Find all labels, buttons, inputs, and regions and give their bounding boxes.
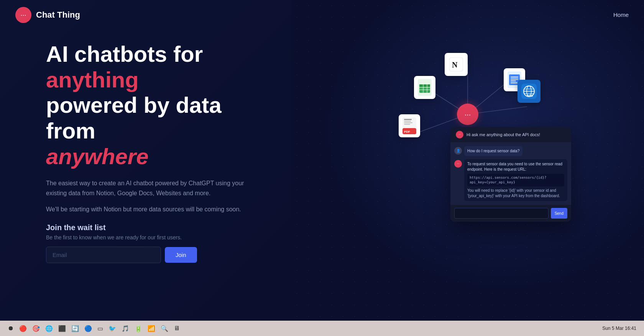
chat-logo-small: ···: [456, 131, 463, 138]
taskbar-icon-9[interactable]: 🐦: [108, 325, 116, 332]
chat-input-area: Send: [450, 205, 571, 222]
svg-rect-10: [404, 122, 412, 123]
taskbar-icons: ⏺ 🔴 🎯 🌐 ⬛ 🔄 🔵 ▭ 🐦 🎵 🔋 📶 🔍 🖥: [8, 325, 180, 332]
svg-rect-9: [404, 121, 411, 122]
hero-left: AI chatbots for anything powered by data…: [0, 30, 291, 320]
chat-msg-bot: ··· To request sensor data you need to u…: [454, 159, 567, 201]
email-input[interactable]: [46, 247, 161, 263]
chat-window: ··· Hi ask me anything about the API doc…: [450, 127, 571, 222]
chat-send-button[interactable]: Send: [551, 208, 567, 219]
svg-text:WEB: WEB: [527, 94, 533, 97]
svg-rect-11: [404, 124, 410, 125]
hero-desc2: We'll be starting with Notion but more d…: [46, 204, 245, 214]
title-highlight1: anything: [46, 67, 139, 92]
taskbar-icon-10[interactable]: 🎵: [122, 325, 129, 332]
user-bubble: How do I request sensor data?: [464, 146, 522, 156]
web-svg: WEB: [521, 84, 537, 99]
notion-svg: N: [449, 58, 463, 71]
taskbar-icon-14[interactable]: 🖥: [174, 325, 180, 332]
bot-extra-text: You will need to replace '{id}' with you…: [467, 188, 564, 199]
bot-avatar: ···: [454, 160, 462, 168]
pdf-icon: PDF: [399, 114, 420, 137]
title-line2: powered by data from: [46, 92, 222, 143]
svg-rect-23: [511, 77, 518, 77]
code-snippet: https://api.sensors.com/sensors/{id}?api…: [467, 174, 564, 186]
taskbar-icon-3[interactable]: 🎯: [32, 325, 40, 332]
hero-right: ··· PDF: [291, 30, 644, 320]
main-layout: AI chatbots for anything powered by data…: [0, 30, 644, 320]
join-sub: Be the first to know when we are ready f…: [46, 234, 276, 240]
title-highlight2: anywhere: [46, 144, 149, 169]
navbar: ··· Chat Thing Home: [0, 0, 644, 30]
taskbar-icon-4[interactable]: 🌐: [45, 325, 53, 332]
hero-desc1: The easiest way to create an AI chatbot …: [46, 178, 245, 198]
taskbar-icon-13[interactable]: 🔍: [161, 325, 168, 332]
sheets-svg: [418, 79, 432, 96]
user-avatar: 👤: [454, 147, 462, 155]
title-line1: AI chatbots for: [46, 41, 203, 66]
taskbar: ⏺ 🔴 🎯 🌐 ⬛ 🔄 🔵 ▭ 🐦 🎵 🔋 📶 🔍 🖥 Sun 5 Mar 16…: [0, 321, 644, 336]
join-button[interactable]: Join: [165, 247, 197, 263]
brand-name: Chat Thing: [36, 10, 80, 20]
chat-text-input[interactable]: [454, 208, 549, 219]
svg-text:PDF: PDF: [404, 130, 410, 133]
taskbar-icon-2[interactable]: 🔴: [19, 325, 27, 332]
web-icon: WEB: [518, 80, 540, 103]
chat-messages: 👤 How do I request sensor data? ··· To r…: [450, 142, 571, 205]
taskbar-right: Sun 5 Mar 16:41: [602, 326, 636, 331]
center-logo: ···: [457, 104, 478, 125]
diagram-container: ··· PDF: [395, 45, 540, 168]
join-heading: Join the wait list: [46, 223, 276, 232]
taskbar-icon-1[interactable]: ⏺: [8, 325, 14, 332]
taskbar-icon-12[interactable]: 📶: [148, 325, 155, 332]
chat-header-text: Hi ask me anything about the API docs!: [467, 132, 540, 137]
svg-rect-24: [511, 79, 518, 79]
taskbar-icon-6[interactable]: 🔄: [71, 325, 79, 332]
logo-icon: ···: [15, 7, 31, 23]
taskbar-icon-5[interactable]: ⬛: [58, 325, 66, 332]
notion-icon: N: [445, 53, 468, 76]
chat-header: ··· Hi ask me anything about the API doc…: [450, 127, 571, 142]
sheets-icon: [414, 76, 435, 99]
logo-area: ··· Chat Thing: [15, 7, 80, 23]
svg-rect-14: [419, 84, 430, 86]
taskbar-icon-11[interactable]: 🔋: [135, 325, 142, 332]
svg-rect-25: [511, 81, 516, 81]
bot-bubble: To request sensor data you need to use t…: [464, 159, 567, 201]
hero-title: AI chatbots for anything powered by data…: [46, 41, 276, 169]
email-form: Join: [46, 247, 276, 263]
taskbar-datetime: Sun 5 Mar 16:41: [602, 326, 636, 331]
taskbar-icon-7[interactable]: 🔵: [84, 325, 92, 332]
taskbar-icon-8[interactable]: ▭: [97, 325, 103, 332]
chat-msg-user: 👤 How do I request sensor data?: [454, 146, 567, 156]
svg-rect-26: [511, 82, 518, 83]
nav-links: Home: [613, 12, 629, 18]
svg-rect-8: [404, 119, 412, 120]
pdf-svg: PDF: [402, 117, 416, 134]
svg-text:N: N: [452, 61, 458, 69]
nav-home[interactable]: Home: [613, 12, 629, 18]
